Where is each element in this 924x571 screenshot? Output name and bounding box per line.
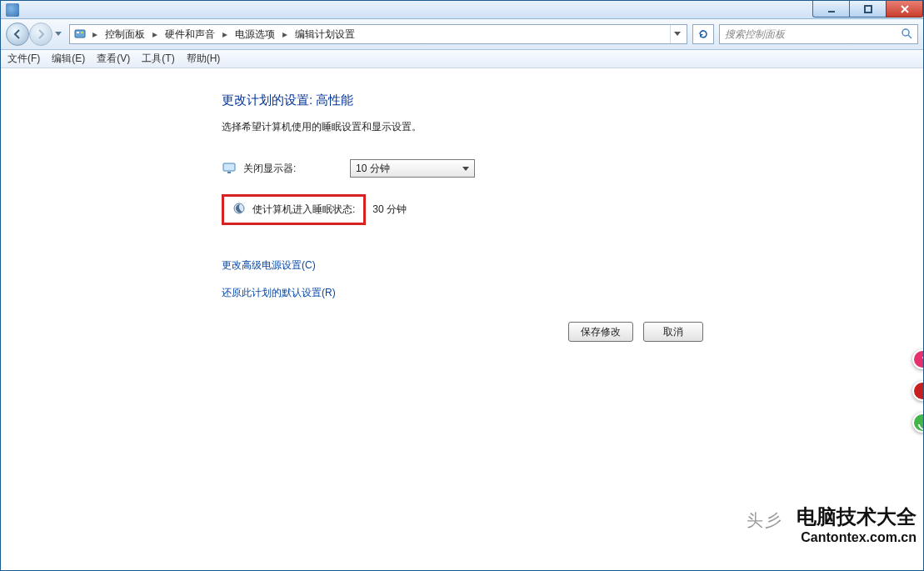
sleep-label: 使计算机进入睡眠状态: [252, 203, 355, 217]
back-arrow-icon [12, 28, 23, 40]
search-icon [901, 28, 912, 42]
turn-off-display-value: 10 分钟 [356, 162, 390, 176]
monitor-icon [222, 161, 237, 176]
menu-tools[interactable]: 工具(T) [142, 52, 174, 66]
sleep-dropdown[interactable]: 30 分钟 [372, 203, 407, 217]
titlebar [1, 1, 923, 19]
page-title: 更改计划的设置: 高性能 [222, 93, 922, 108]
moon-icon [232, 202, 246, 218]
maximize-button[interactable] [849, 1, 887, 18]
menu-edit[interactable]: 编辑(E) [52, 52, 85, 66]
watermark-title: 电脑技术大全 [797, 503, 917, 530]
forward-button[interactable] [29, 23, 52, 46]
save-button-label: 保存修改 [581, 325, 621, 339]
watermark-small: 头彡 [747, 509, 783, 532]
content-area: 更改计划的设置: 高性能 选择希望计算机使用的睡眠设置和显示设置。 关闭显示器:… [2, 69, 922, 569]
svg-line-6 [908, 35, 912, 38]
address-bar[interactable]: ▸ 控制面板 ▸ 硬件和声音 ▸ 电源选项 ▸ 编辑计划设置 [69, 24, 687, 44]
cancel-button[interactable]: 取消 [643, 322, 703, 342]
nav-row: ▸ 控制面板 ▸ 硬件和声音 ▸ 电源选项 ▸ 编辑计划设置 搜索控制面板 [1, 19, 923, 50]
breadcrumb-hardware-sound[interactable]: 硬件和声音 [163, 28, 217, 42]
address-dropdown[interactable] [670, 25, 683, 43]
save-button[interactable]: 保存修改 [568, 322, 633, 342]
refresh-button[interactable] [692, 24, 714, 44]
breadcrumb-separator: ▸ [148, 28, 162, 40]
row-turn-off-display: 关闭显示器: 10 分钟 [222, 158, 922, 179]
refresh-icon [697, 28, 709, 40]
breadcrumb-control-panel[interactable]: 控制面板 [103, 28, 147, 42]
minimize-button[interactable] [812, 1, 850, 18]
history-dropdown[interactable] [52, 23, 64, 46]
close-icon [900, 4, 910, 14]
svg-rect-0 [828, 11, 835, 13]
back-button[interactable] [6, 23, 29, 46]
svg-point-5 [902, 29, 909, 36]
control-panel-icon [73, 28, 87, 41]
menu-bar: 文件(F) 编辑(E) 查看(V) 工具(T) 帮助(H) [1, 50, 923, 68]
breadcrumb-separator: ▸ [278, 28, 292, 40]
nav-arrows [6, 23, 64, 46]
svg-rect-3 [77, 32, 79, 33]
window-root: ▸ 控制面板 ▸ 硬件和声音 ▸ 电源选项 ▸ 编辑计划设置 搜索控制面板 [0, 0, 924, 571]
watermark-large: 电脑技术大全 Cantontex.com.cn [797, 503, 917, 545]
chevron-down-icon [674, 32, 681, 37]
close-button[interactable] [886, 1, 923, 18]
sleep-value: 30 分钟 [372, 203, 407, 215]
watermark-url: Cantontex.com.cn [797, 530, 917, 545]
forward-arrow-icon [35, 28, 47, 40]
cancel-button-label: 取消 [663, 325, 683, 339]
svg-rect-1 [865, 6, 872, 13]
svg-rect-4 [81, 32, 83, 33]
menu-file[interactable]: 文件(F) [7, 52, 40, 66]
app-icon [6, 3, 19, 17]
link-restore-defaults[interactable]: 还原此计划的默认设置(R) [222, 286, 922, 300]
svg-rect-2 [75, 30, 85, 38]
window-buttons [813, 1, 923, 18]
turn-off-display-label: 关闭显示器: [243, 162, 350, 176]
links-group: 更改高级电源设置(C) 还原此计划的默认设置(R) [222, 258, 922, 300]
link-advanced-settings[interactable]: 更改高级电源设置(C) [222, 258, 922, 273]
row-sleep: 使计算机进入睡眠状态: 30 分钟 [222, 194, 922, 225]
menu-view[interactable]: 查看(V) [97, 52, 130, 66]
chevron-down-icon [55, 32, 62, 37]
maximize-icon [863, 4, 873, 14]
breadcrumb-power-options[interactable]: 电源选项 [233, 28, 277, 42]
search-input[interactable]: 搜索控制面板 [719, 24, 918, 44]
breadcrumb-separator: ▸ [88, 28, 102, 40]
minimize-icon [827, 4, 837, 14]
turn-off-display-dropdown[interactable]: 10 分钟 [350, 159, 475, 178]
page-subtext: 选择希望计算机使用的睡眠设置和显示设置。 [222, 120, 922, 134]
highlight-box: 使计算机进入睡眠状态: [222, 194, 366, 225]
breadcrumb-edit-plan[interactable]: 编辑计划设置 [293, 28, 357, 42]
svg-rect-8 [227, 172, 231, 173]
search-placeholder: 搜索控制面板 [725, 28, 785, 42]
svg-rect-7 [223, 163, 235, 171]
menu-help[interactable]: 帮助(H) [187, 52, 221, 66]
breadcrumb-separator: ▸ [218, 28, 232, 40]
button-row: 保存修改 取消 [568, 322, 922, 342]
